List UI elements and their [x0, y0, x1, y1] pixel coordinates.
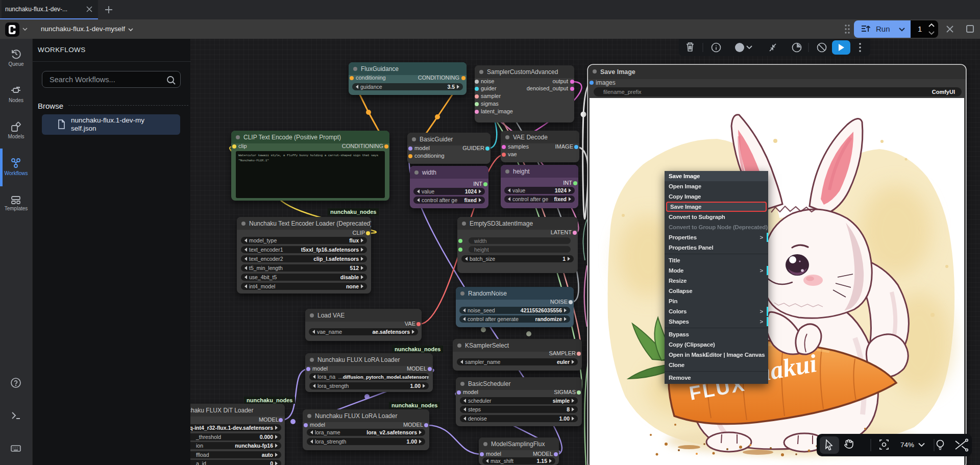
svg-text:74%: 74%: [900, 441, 914, 449]
